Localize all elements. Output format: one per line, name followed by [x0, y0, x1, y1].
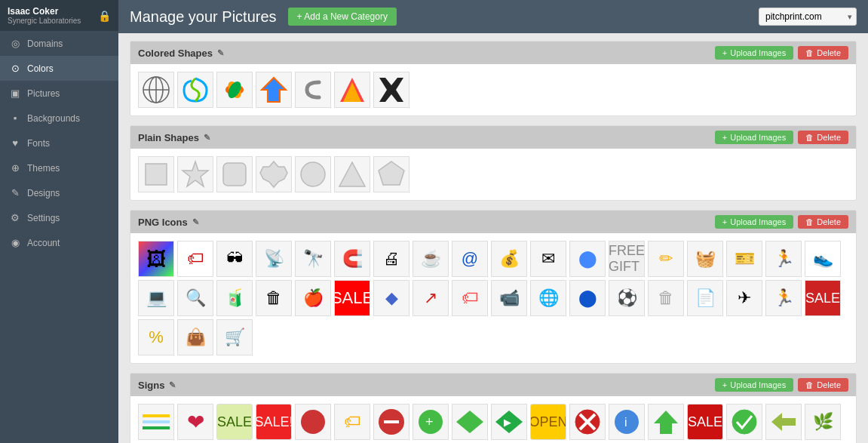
list-item[interactable]: ✈: [726, 280, 762, 316]
sidebar-item-designs[interactable]: ✎ Designs: [0, 180, 118, 205]
list-item[interactable]: 💰: [491, 241, 527, 277]
plain-shapes-upload-button[interactable]: + Upload Images: [715, 131, 793, 144]
list-item[interactable]: [177, 72, 213, 108]
list-item[interactable]: %: [138, 319, 174, 355]
colored-shapes-edit-icon[interactable]: ✎: [217, 48, 224, 58]
delete-trash-icon: 🗑: [805, 48, 814, 57]
sidebar-nav: ◎ Domains ⊙ Colors ▣ Pictures ▪ Backgrou…: [0, 31, 118, 443]
list-item[interactable]: 🌐: [530, 280, 566, 316]
list-item[interactable]: SALE: [334, 280, 370, 316]
signs-edit-icon[interactable]: ✎: [169, 380, 176, 390]
list-item[interactable]: +: [413, 404, 449, 440]
png-icons-delete-button[interactable]: 🗑 Delete: [798, 215, 848, 229]
domain-select[interactable]: pitchprint.com: [759, 8, 857, 26]
list-item[interactable]: 📄: [687, 280, 723, 316]
list-item[interactable]: [295, 156, 331, 192]
colored-shapes-upload-button[interactable]: + Upload Images: [715, 46, 793, 60]
list-item[interactable]: [138, 72, 174, 108]
list-item[interactable]: [373, 72, 409, 108]
sidebar-item-colors[interactable]: ⊙ Colors: [0, 56, 118, 81]
list-item[interactable]: 📹: [491, 280, 527, 316]
colored-shapes-delete-button[interactable]: 🗑 Delete: [798, 46, 848, 60]
list-item[interactable]: ☕: [413, 241, 449, 277]
list-item[interactable]: 🏷: [177, 241, 213, 277]
list-item[interactable]: 🎫: [726, 241, 762, 277]
list-item[interactable]: [569, 404, 606, 440]
add-category-button[interactable]: + Add a New Category: [288, 8, 397, 26]
delete-trash-icon4: 🗑: [805, 380, 814, 389]
list-item[interactable]: ❤: [177, 404, 213, 440]
list-item[interactable]: [295, 72, 331, 108]
list-item[interactable]: 💻: [138, 280, 174, 316]
list-item[interactable]: ▶: [491, 404, 527, 440]
list-item[interactable]: ✉: [530, 241, 566, 277]
list-item[interactable]: 🗑: [256, 280, 292, 316]
sidebar-item-domains[interactable]: ◎ Domains: [0, 31, 118, 56]
plain-shapes-edit-icon[interactable]: ✎: [204, 133, 210, 143]
list-item[interactable]: ⬤: [569, 280, 606, 316]
list-item[interactable]: [726, 404, 762, 440]
list-item[interactable]: FREEGIFT: [609, 241, 645, 277]
list-item[interactable]: SALE: [216, 404, 253, 440]
plain-shapes-title: Plain Shapes ✎: [138, 132, 210, 143]
signs-upload-button[interactable]: + Upload Images: [715, 378, 793, 392]
list-item[interactable]: [216, 72, 253, 108]
list-item[interactable]: ◆: [373, 280, 409, 316]
list-item[interactable]: 👟: [805, 241, 841, 277]
png-icons-upload-button[interactable]: + Upload Images: [715, 215, 793, 229]
list-item[interactable]: [334, 156, 370, 192]
sidebar-item-account[interactable]: ◉ Account: [0, 230, 118, 255]
list-item[interactable]: SALE!: [256, 404, 292, 440]
list-item[interactable]: SALE: [805, 280, 841, 316]
list-item[interactable]: [138, 404, 174, 440]
colored-shapes-title: Colored Shapes ✎: [138, 48, 224, 59]
list-item[interactable]: 🏷: [452, 280, 488, 316]
list-item[interactable]: 🖼: [138, 241, 174, 277]
list-item[interactable]: 🌿: [805, 404, 841, 440]
sidebar-item-pictures[interactable]: ▣ Pictures: [0, 81, 118, 106]
svg-marker-28: [456, 411, 483, 433]
list-item[interactable]: 🔭: [295, 241, 331, 277]
sidebar-item-fonts[interactable]: ♥ Fonts: [0, 131, 118, 155]
list-item[interactable]: ↗: [413, 280, 449, 316]
list-item[interactable]: ⬤: [569, 241, 606, 277]
sidebar-item-settings[interactable]: ⚙ Settings: [0, 205, 118, 230]
list-item[interactable]: 🍎: [295, 280, 331, 316]
list-item[interactable]: ✏: [648, 241, 684, 277]
list-item[interactable]: 🏷: [334, 404, 370, 440]
list-item[interactable]: 🖨: [373, 241, 409, 277]
png-icons-edit-icon[interactable]: ✎: [192, 217, 199, 227]
list-item[interactable]: 🧲: [334, 241, 370, 277]
list-item[interactable]: OPEN: [530, 404, 566, 440]
sidebar-item-themes[interactable]: ⊕ Themes: [0, 155, 118, 180]
list-item[interactable]: [334, 72, 370, 108]
list-item[interactable]: 🏃: [765, 280, 802, 316]
list-item[interactable]: 🛒: [216, 319, 253, 355]
list-item[interactable]: SALE: [687, 404, 723, 440]
list-item[interactable]: i: [609, 404, 645, 440]
list-item[interactable]: [648, 404, 684, 440]
list-item[interactable]: [256, 72, 292, 108]
list-item[interactable]: 👜: [177, 319, 213, 355]
list-item[interactable]: ⚽: [609, 280, 645, 316]
sidebar-item-backgrounds[interactable]: ▪ Backgrounds: [0, 106, 118, 131]
list-item[interactable]: 📡: [256, 241, 292, 277]
list-item[interactable]: [138, 156, 174, 192]
list-item[interactable]: 🧃: [216, 280, 253, 316]
signs-delete-button[interactable]: 🗑 Delete: [798, 378, 848, 392]
list-item[interactable]: @: [452, 241, 488, 277]
list-item[interactable]: [765, 404, 802, 440]
list-item[interactable]: [373, 404, 409, 440]
list-item[interactable]: [373, 156, 409, 192]
list-item[interactable]: 🧺: [687, 241, 723, 277]
list-item[interactable]: [216, 156, 253, 192]
list-item[interactable]: [452, 404, 488, 440]
plain-shapes-delete-button[interactable]: 🗑 Delete: [798, 131, 848, 144]
list-item[interactable]: 🕶: [216, 241, 253, 277]
list-item[interactable]: [295, 404, 331, 440]
list-item[interactable]: 🔍: [177, 280, 213, 316]
list-item[interactable]: 🏃: [765, 241, 802, 277]
list-item[interactable]: [256, 156, 292, 192]
list-item[interactable]: 🗑: [648, 280, 684, 316]
list-item[interactable]: [177, 156, 213, 192]
